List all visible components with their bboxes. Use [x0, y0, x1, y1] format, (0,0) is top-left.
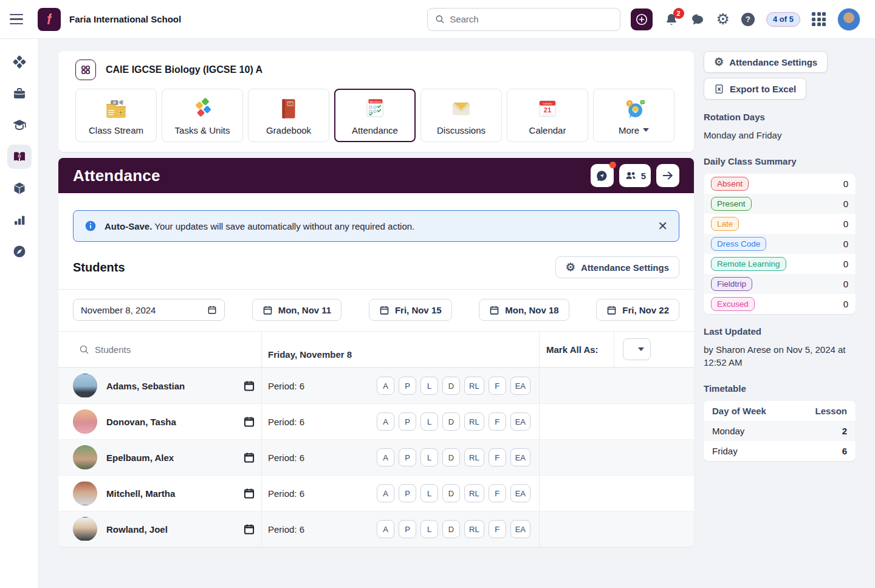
- search-input[interactable]: [450, 14, 612, 24]
- status-button-absent[interactable]: A: [377, 412, 394, 431]
- settings-button[interactable]: ⚙: [716, 12, 730, 27]
- status-button-remote[interactable]: RL: [464, 520, 484, 538]
- student-calendar-button[interactable]: [243, 451, 255, 463]
- status-button-excused[interactable]: EA: [510, 377, 530, 395]
- status-button-remote[interactable]: RL: [464, 448, 484, 467]
- student-calendar-button[interactable]: [243, 380, 255, 392]
- next-page-button[interactable]: [656, 164, 679, 187]
- calendar-icon: [379, 305, 389, 315]
- status-button-dresscode[interactable]: D: [442, 377, 460, 395]
- students-count-button[interactable]: 5: [619, 164, 651, 187]
- messages-stream-button[interactable]: [591, 164, 614, 187]
- help-button[interactable]: ?: [741, 13, 755, 26]
- sidebar-item-academics[interactable]: [7, 113, 32, 137]
- status-button-dresscode[interactable]: D: [442, 448, 460, 467]
- tab-discussions[interactable]: Discussions: [420, 89, 502, 142]
- status-button-fieldtrip[interactable]: F: [489, 484, 506, 502]
- status-button-excused[interactable]: EA: [510, 412, 530, 431]
- gear-icon: ⚙: [716, 12, 730, 27]
- status-button-absent[interactable]: A: [377, 520, 394, 538]
- date-picker[interactable]: [73, 299, 225, 321]
- notification-count-badge: 2: [673, 8, 684, 19]
- status-button-late[interactable]: L: [420, 412, 438, 431]
- notifications-button[interactable]: 2: [664, 12, 679, 27]
- status-button-late[interactable]: L: [420, 448, 438, 467]
- status-button-late[interactable]: L: [420, 377, 438, 395]
- tab-attendance[interactable]: Attendance Attendance: [334, 89, 416, 142]
- status-button-dresscode[interactable]: D: [442, 412, 460, 431]
- status-button-remote[interactable]: RL: [464, 412, 484, 431]
- summary-count: 0: [843, 179, 848, 189]
- student-name: Mitchell, Martha: [106, 488, 175, 499]
- usage-badge[interactable]: 4 of 5: [766, 12, 800, 27]
- date-button-nov-15[interactable]: Fri, Nov 15: [369, 299, 452, 321]
- sidebar-item-explore[interactable]: [7, 239, 32, 264]
- status-button-fieldtrip[interactable]: F: [489, 412, 506, 431]
- tab-label: Calendar: [529, 125, 566, 135]
- close-icon[interactable]: ✕: [657, 219, 668, 233]
- date-button-nov-18[interactable]: Mon, Nov 18: [479, 299, 569, 321]
- status-badge: Dress Code: [711, 237, 766, 251]
- status-button-present[interactable]: P: [399, 377, 416, 395]
- more-bulb-icon: ?: [621, 96, 647, 121]
- status-button-remote[interactable]: RL: [464, 484, 484, 502]
- tab-tasks-units[interactable]: Tasks & Units: [162, 89, 243, 142]
- timetable-col-day: Day of Week: [712, 406, 766, 416]
- summary-row: Fieldtrip 0: [704, 274, 856, 294]
- student-search-input[interactable]: [95, 344, 186, 355]
- status-button-present[interactable]: P: [399, 448, 416, 467]
- calendar-21-icon: Calendar21: [535, 96, 560, 121]
- tab-gradebook[interactable]: GB Gradebook: [248, 89, 329, 142]
- user-avatar[interactable]: [837, 8, 860, 31]
- status-button-remote[interactable]: RL: [464, 377, 484, 395]
- status-button-excused[interactable]: EA: [510, 520, 530, 538]
- status-button-excused[interactable]: EA: [510, 448, 530, 467]
- tab-more[interactable]: ? More: [593, 89, 674, 142]
- student-calendar-button[interactable]: [243, 523, 255, 535]
- student-calendar-button[interactable]: [243, 487, 255, 499]
- status-button-dresscode[interactable]: D: [442, 484, 460, 502]
- attendance-sheet-icon: Attendance: [362, 96, 388, 121]
- status-badge: Remote Learning: [711, 257, 786, 271]
- faria-logo[interactable]: f: [38, 8, 61, 31]
- messages-button[interactable]: [690, 12, 705, 27]
- tab-class-stream[interactable]: Class Stream: [75, 89, 157, 142]
- status-button-present[interactable]: P: [399, 520, 416, 538]
- date-button-nov-11[interactable]: Mon, Nov 11: [252, 299, 342, 321]
- status-button-excused[interactable]: EA: [510, 484, 530, 502]
- status-button-fieldtrip[interactable]: F: [489, 520, 506, 538]
- attendance-settings-button[interactable]: ⚙ Attendance Settings: [704, 51, 828, 73]
- sidebar-item-dashboard[interactable]: [7, 50, 32, 74]
- gear-icon: ⚙: [714, 56, 724, 67]
- sidebar-item-resources[interactable]: [7, 176, 32, 200]
- alert-text: Auto-Save. Your updates will save automa…: [105, 221, 650, 231]
- status-button-fieldtrip[interactable]: F: [489, 377, 506, 395]
- status-button-absent[interactable]: A: [377, 484, 394, 502]
- student-calendar-button[interactable]: [243, 415, 255, 428]
- status-button-late[interactable]: L: [420, 484, 438, 502]
- date-input[interactable]: [81, 305, 202, 315]
- export-to-excel-button[interactable]: Export to Excel: [704, 78, 806, 100]
- apps-launcher-button[interactable]: [812, 12, 826, 26]
- mark-all-select[interactable]: [623, 338, 651, 360]
- class-title: CAIE IGCSE Biology (IGCSE 10) A: [106, 64, 262, 75]
- status-button-late[interactable]: L: [420, 520, 438, 538]
- tab-calendar[interactable]: Calendar21 Calendar: [507, 89, 588, 142]
- hamburger-menu-icon[interactable]: [10, 11, 27, 28]
- status-button-absent[interactable]: A: [377, 448, 394, 467]
- global-search[interactable]: [427, 8, 620, 31]
- status-badge: Fieldtrip: [711, 277, 752, 291]
- class-dashboard-icon[interactable]: [75, 60, 96, 80]
- status-button-absent[interactable]: A: [377, 377, 394, 395]
- quick-add-button[interactable]: [631, 9, 653, 30]
- sidebar-item-briefcase[interactable]: [7, 81, 32, 106]
- status-button-present[interactable]: P: [399, 412, 416, 431]
- attendance-settings-button[interactable]: ⚙ Attendance Settings: [555, 256, 679, 278]
- status-button-dresscode[interactable]: D: [442, 520, 460, 538]
- student-name: Donovan, Tasha: [106, 417, 176, 427]
- date-button-nov-22[interactable]: Fri, Nov 22: [596, 299, 679, 321]
- sidebar-item-analytics[interactable]: [7, 208, 32, 232]
- sidebar-item-classes[interactable]: [7, 145, 32, 169]
- status-button-present[interactable]: P: [399, 484, 416, 502]
- status-button-fieldtrip[interactable]: F: [489, 448, 506, 467]
